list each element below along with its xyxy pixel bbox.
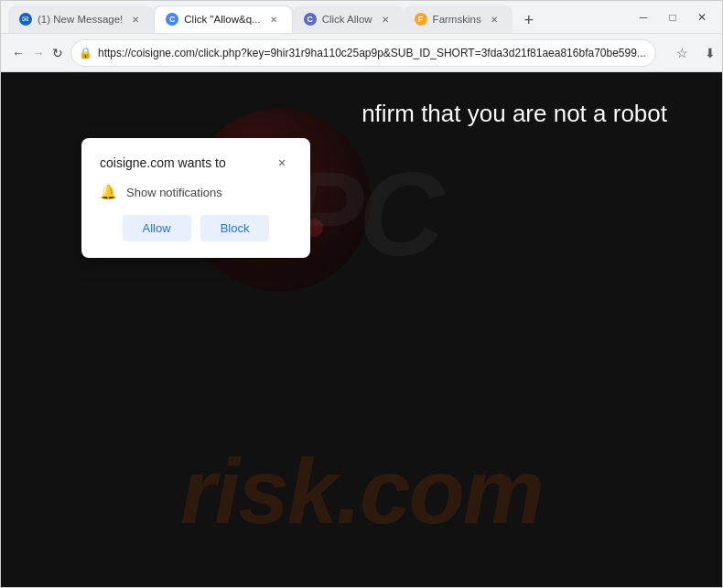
tab1-favicon: ✉ (19, 13, 32, 26)
tab-click-allow[interactable]: C Click "Allow&q... ✕ (154, 5, 292, 33)
risk-watermark-text: risk.com (180, 445, 542, 537)
back-button[interactable]: ← (12, 40, 25, 66)
tab1-title: (1) New Message! (38, 14, 123, 25)
tab4-title: Farmskins (433, 14, 481, 25)
window-controls: ─ □ ✕ (631, 8, 715, 27)
page-content: PC risk.com nfirm that you are not a rob… (1, 72, 722, 587)
page-main-text: nfirm that you are not a robot (362, 100, 667, 128)
tab3-favicon: C (304, 13, 317, 26)
download-button[interactable]: ⬇ (698, 41, 722, 65)
tab2-title: Click "Allow&q... (184, 14, 260, 25)
forward-button[interactable]: → (32, 40, 45, 66)
close-button[interactable]: ✕ (689, 8, 715, 27)
popup-title: coisigne.com wants to (100, 155, 226, 170)
popup-header: coisigne.com wants to × (100, 153, 292, 173)
allow-button[interactable]: Allow (123, 215, 191, 241)
tab-farmskins[interactable]: F Farmskins ✕ (404, 5, 513, 33)
address-bar: ← → ↻ 🔒 https://coisigne.com/click.php?k… (1, 34, 722, 72)
tab3-close[interactable]: ✕ (378, 12, 393, 27)
url-text: https://coisigne.com/click.php?key=9hir3… (98, 47, 646, 59)
browser-window: ✉ (1) New Message! ✕ C Click "Allow&q...… (0, 0, 723, 588)
tab4-favicon: F (415, 13, 427, 26)
popup-notification-row: 🔔 Show notifications (100, 184, 292, 200)
tab2-close[interactable]: ✕ (266, 12, 281, 27)
block-button[interactable]: Block (200, 215, 270, 241)
popup-close-button[interactable]: × (272, 153, 292, 173)
notification-popup: coisigne.com wants to × 🔔 Show notificat… (81, 138, 310, 258)
lock-icon: 🔒 (79, 47, 92, 59)
bookmark-button[interactable]: ☆ (671, 41, 695, 65)
popup-buttons: Allow Block (100, 215, 292, 241)
title-bar: ✉ (1) New Message! ✕ C Click "Allow&q...… (1, 1, 722, 34)
url-bar[interactable]: 🔒 https://coisigne.com/click.php?key=9hi… (70, 39, 656, 67)
tabs-area: ✉ (1) New Message! ✕ C Click "Allow&q...… (8, 1, 623, 33)
popup-notification-label: Show notifications (126, 186, 222, 199)
tab1-close[interactable]: ✕ (128, 12, 143, 27)
maximize-button[interactable]: □ (660, 8, 685, 27)
tab-click-allow-2[interactable]: C Click Allow ✕ (293, 5, 404, 33)
tab2-favicon: C (166, 13, 178, 26)
minimize-button[interactable]: ─ (631, 8, 656, 27)
bell-icon: 🔔 (100, 184, 117, 200)
tab3-title: Click Allow (322, 14, 372, 25)
new-tab-button[interactable]: + (516, 7, 542, 33)
tab-new-message[interactable]: ✉ (1) New Message! ✕ (8, 5, 154, 33)
tab4-close[interactable]: ✕ (487, 12, 502, 27)
url-actions: ☆ ⬇ 👤 ⋮ (671, 41, 723, 65)
refresh-button[interactable]: ↻ (52, 40, 63, 66)
